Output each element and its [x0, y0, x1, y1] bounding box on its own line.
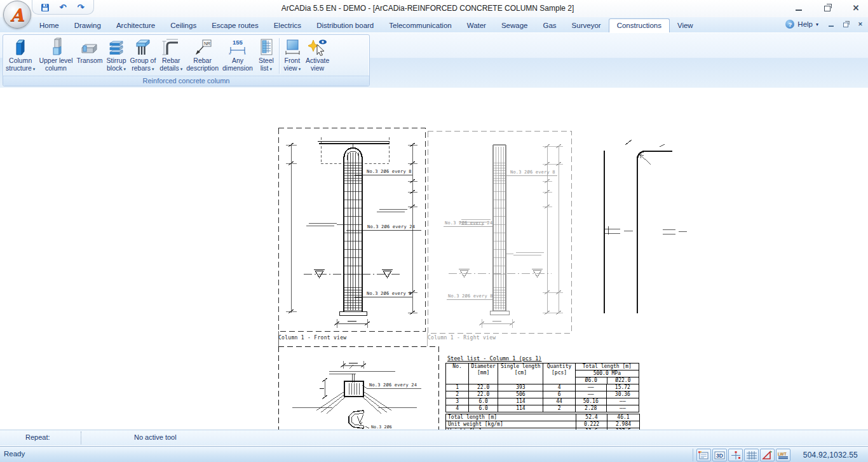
chevron-down-icon: ▾ [180, 67, 183, 71]
steel-list-button[interactable]: Steellist▾ [255, 36, 278, 76]
tab-constructions[interactable]: Constructions [609, 18, 670, 33]
tab-telecommunication[interactable]: Telecommunication [381, 19, 459, 32]
col-header-single-length: Single length[cm] [498, 363, 543, 384]
svg-text:LWT: LWT [778, 452, 787, 456]
steel-table-summary-row: Total length [m]52.446.1 [446, 414, 640, 421]
doc-minimize-button[interactable] [827, 20, 834, 29]
tab-electrics[interactable]: Electrics [266, 19, 309, 32]
rebar-label: No.3 2Ø6 every 8 [510, 170, 555, 175]
help-button[interactable]: Help [797, 20, 813, 28]
close-button[interactable]: ✕ [851, 3, 860, 13]
cad-drawing: No.3 2Ø6 every 8 No.3 2Ø6 every 24 No.3 … [0, 88, 868, 430]
any-dimension-icon: 155xx [228, 37, 247, 57]
rebar-description-button[interactable]: NRRebardescription [184, 36, 220, 76]
rebar-label: No.3 2Ø6 every 8 [448, 294, 493, 299]
svg-text:3D: 3D [716, 452, 723, 459]
undo-button[interactable]: ↶ [58, 3, 68, 13]
chevron-down-icon: ▾ [299, 67, 301, 71]
front-view-icon [283, 37, 302, 57]
save-button[interactable] [40, 3, 50, 13]
help-icon: ? [785, 20, 794, 29]
app-menu-button[interactable]: A [3, 1, 31, 29]
steel-table-row: 122.03934——15.72 [446, 384, 639, 391]
close-icon: ✕ [853, 3, 860, 13]
title-bar: ArCADia 5.5 EN - DEMO - [ArCADia-REINFOR… [0, 0, 868, 18]
drawing-canvas[interactable]: No.3 2Ø6 every 8 No.3 2Ø6 every 24 No.3 … [0, 88, 868, 430]
active-tool-message: No active tool [134, 433, 177, 441]
tab-water[interactable]: Water [459, 19, 494, 32]
rebar-details-button[interactable]: Rebardetails▾ [158, 36, 184, 76]
snap-points-toggle-button[interactable] [728, 449, 743, 461]
quick-access-toolbar: ↶ ↷ [32, 0, 94, 15]
steel-table-summary-row: Unit weight [kg/m]0.2222.984 [446, 421, 640, 428]
tab-view[interactable]: View [670, 19, 701, 32]
redo-icon: ↷ [78, 3, 85, 11]
undo-icon: ↶ [60, 3, 67, 11]
tab-architecture[interactable]: Architecture [109, 19, 163, 32]
restore-icon [824, 6, 831, 11]
doc-close-button[interactable]: ✕ [857, 20, 864, 29]
rebar-label: No.3 2Ø6 [371, 425, 392, 430]
cursor-coordinates: 504.92,1032.55 [803, 451, 858, 459]
minimize-button[interactable] [794, 3, 803, 13]
status-ready-label: Ready [4, 450, 25, 458]
tab-gas[interactable]: Gas [536, 19, 564, 32]
document-window-controls: ✕ [827, 19, 865, 29]
stirrup-block-icon [107, 37, 126, 57]
chevron-down-icon: ▾ [33, 67, 36, 71]
steel-table-row: 36.01144450.16—— [446, 398, 639, 405]
transom-button[interactable]: Transom [75, 36, 105, 76]
ribbon-group-divider [279, 38, 280, 74]
tab-distribution-board[interactable]: Distribution board [309, 19, 381, 32]
stirrup-block-button[interactable]: Stirrupblock▾ [105, 36, 128, 76]
ribbon-buttons: Columnstructure▾Upper levelcolumnTransom… [3, 35, 369, 76]
arcadia-logo-icon: A [11, 6, 24, 24]
redo-button[interactable]: ↷ [76, 3, 86, 13]
snap-points-icon [729, 451, 742, 460]
rebar-details-icon [161, 37, 180, 57]
col-header-diameter: Diameter[mm] [469, 363, 498, 384]
upper-level-column-icon [46, 37, 65, 57]
rebar-label: No.3 2Ø6 every 8 [367, 291, 412, 296]
tab-surveyor[interactable]: Surveyor [564, 19, 609, 32]
steel-table-title: Steel list - Column 1 (pcs 1) [447, 355, 641, 362]
chevron-down-icon: ▾ [152, 67, 154, 71]
front-view-caption: Column 1 - Front view [278, 335, 346, 341]
tab-escape-routes[interactable]: Escape routes [204, 19, 266, 32]
grid-toggle-button[interactable] [744, 449, 759, 461]
tab-ceilings[interactable]: Ceilings [163, 19, 204, 32]
lineweight-toggle-button[interactable]: LWT [776, 449, 790, 461]
column-structure-button[interactable]: Columnstructure▾ [4, 36, 37, 76]
command-input-area[interactable]: Repeat: No active tool [0, 430, 868, 447]
restore-button[interactable] [823, 3, 832, 13]
ribbon-tab-bar: HomeDrawingArchitectureCeilingsEscape ro… [0, 17, 868, 32]
ortho-icon [761, 451, 773, 460]
view-3d-toggle-button[interactable]: 3D [712, 449, 727, 461]
front-view-button[interactable]: Frontview▾ [281, 36, 304, 76]
ribbon: Columnstructure▾Upper levelcolumnTransom… [0, 32, 868, 88]
steel-table-main: No. Diameter[mm] Single length[cm] Quant… [445, 363, 639, 412]
upper-level-column-button[interactable]: Upper levelcolumn [37, 36, 74, 76]
chevron-down-icon[interactable]: ▾ [816, 22, 818, 27]
tab-sewage[interactable]: Sewage [494, 19, 536, 32]
help-area: ? Help ▾ ✕ [785, 19, 865, 29]
rebar-label: No.3 2Ø6 every 24 [369, 383, 417, 388]
view-3d-icon: 3D [714, 451, 726, 460]
ortho-toggle-button[interactable] [760, 449, 775, 461]
activate-view-button[interactable]: Activateview [304, 36, 331, 76]
any-dimension-button[interactable]: 155xxAnydimension [220, 36, 255, 76]
rebar-label: No.3 2Ø6 every 24 [445, 221, 492, 226]
tab-drawing[interactable]: Drawing [67, 19, 109, 32]
rebar-label: No.3 2Ø6 every 8 [367, 169, 412, 174]
window-title: ArCADia 5.5 EN - DEMO - [ArCADia-REINFOR… [76, 4, 779, 13]
activate-view-icon [308, 37, 327, 57]
steel-table-row: 46.011422.28—— [446, 405, 639, 412]
doc-restore-button[interactable] [842, 20, 849, 29]
tab-home[interactable]: Home [32, 19, 67, 32]
doc-minimize-icon [829, 25, 834, 27]
steel-list-table: Steel list - Column 1 (pcs 1) No. Diamet… [445, 355, 641, 430]
group-of-rebars-button[interactable]: Group ofrebars▾ [128, 36, 158, 76]
col-header-quantity: Quantity[pcs] [543, 363, 575, 384]
project-views-toggle-button[interactable] [696, 449, 711, 461]
lineweight-icon: LWT [777, 451, 789, 460]
